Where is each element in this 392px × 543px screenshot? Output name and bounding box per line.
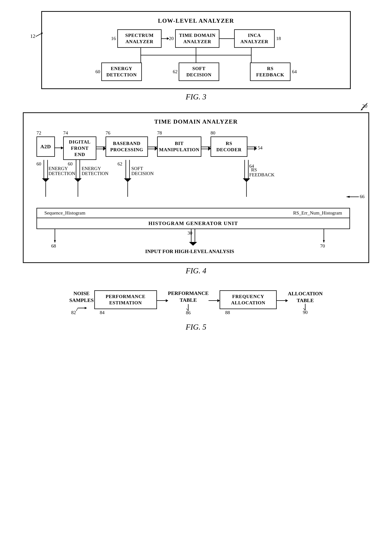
fig5-label: FIG. 5 xyxy=(15,322,377,331)
fig5-alloc-table-label: ALLOCATIONTABLE xyxy=(288,290,323,304)
svg-rect-12 xyxy=(44,160,48,178)
fig3-ref62: 62 xyxy=(173,69,177,74)
fig4-sequence-histogram: Sequence_Histogram xyxy=(44,210,85,216)
fig3-ref64: 64 xyxy=(292,69,297,74)
svg-text:62: 62 xyxy=(117,161,122,167)
fig3-ref18: 18 xyxy=(276,36,281,41)
svg-text:70: 70 xyxy=(320,243,325,249)
fig4-label: FIG. 4 xyxy=(15,266,377,275)
fig3-rs-feedback: RSFEEDBACK xyxy=(250,62,291,81)
fig4-a2d: A2D xyxy=(37,136,55,157)
fig4-ref80: 80 xyxy=(210,130,215,136)
fig3-inca-analyzer: INCAANALYZER xyxy=(234,29,275,48)
fig4-ref74: 74 xyxy=(63,130,68,136)
svg-text:DETECTION: DETECTION xyxy=(82,171,109,176)
svg-rect-27 xyxy=(245,160,248,178)
fig3-outer-box: LOW-LEVEL ANALYZER 16 SPECTRUMANALYZER 2… xyxy=(41,11,351,89)
fig3-soft-decision: SOFTDECISION xyxy=(179,62,219,81)
svg-text:68: 68 xyxy=(51,243,56,249)
svg-rect-22 xyxy=(126,160,129,178)
fig3-spectrum-analyzer: SPECTRUMANALYZER xyxy=(117,29,161,48)
fig3-ref20-label: 20 xyxy=(169,36,174,41)
svg-marker-30 xyxy=(243,178,250,182)
fig4-title: TIME DOMAIN ANALYZER xyxy=(31,118,361,125)
fig3-label: FIG. 3 xyxy=(15,92,377,101)
svg-text:66: 66 xyxy=(360,194,364,199)
fig4-rs-err-histogram: RS_Err_Num_Histogram xyxy=(293,210,342,216)
svg-text:30: 30 xyxy=(188,230,192,236)
fig5-diagram: NOISESAMPLES 82 PERFORMANCEESTIMATION 84… xyxy=(15,286,377,331)
fig3-energy-detection: ENERGYDETECTION xyxy=(101,62,142,81)
fig5-frequency-allocation: FREQUENCYALLOCATION xyxy=(220,290,277,309)
fig3-ref60: 60 xyxy=(95,69,100,74)
svg-marker-20 xyxy=(74,178,82,182)
fig5-ref90: 90 xyxy=(303,310,308,315)
svg-marker-15 xyxy=(42,178,49,182)
fig3-ref16: 16 xyxy=(111,36,116,41)
svg-text:ENERGY: ENERGY xyxy=(82,166,101,171)
fig4-baseband-processing: BASEBANDPROCESSING xyxy=(105,136,148,157)
svg-rect-17 xyxy=(76,160,80,178)
svg-text:FEEDBACK: FEEDBACK xyxy=(249,172,275,177)
svg-text:DECISION: DECISION xyxy=(131,171,154,176)
fig5-ref88: 88 xyxy=(225,310,230,315)
svg-marker-25 xyxy=(124,178,131,182)
fig5-ref82: 82 xyxy=(71,310,76,315)
fig4-ref72: 72 xyxy=(37,130,41,136)
fig4-digital-front-end: DIGITALFRONTEND xyxy=(63,136,96,160)
svg-text:ENERGY: ENERGY xyxy=(49,166,68,171)
svg-marker-48 xyxy=(346,196,350,198)
fig5-performance-estimation: PERFORMANCEESTIMATION xyxy=(94,290,157,309)
svg-marker-56 xyxy=(189,242,197,246)
svg-text:60: 60 xyxy=(68,161,72,167)
fig4-outer-box: TIME DOMAIN ANALYZER 72 A2D 74 DIGITALFR… xyxy=(23,112,369,263)
fig4-ref76: 76 xyxy=(105,130,110,136)
fig4-ref54: 54 xyxy=(258,145,263,151)
svg-text:60: 60 xyxy=(37,161,41,167)
svg-line-64 xyxy=(76,308,78,311)
fig4-ref78: 78 xyxy=(157,130,162,136)
fig4-bit-manipulation: BITMANIPULATION xyxy=(157,136,201,157)
svg-marker-63 xyxy=(85,307,87,309)
fig4-histogram-label: HISTOGRAM GENERATOR UNIT xyxy=(37,218,349,229)
svg-marker-60 xyxy=(323,240,325,243)
fig5-ref84: 84 xyxy=(100,310,105,315)
svg-text:SOFT: SOFT xyxy=(131,166,143,171)
svg-text:INPUT FOR HIGH-LEVEL ANALYSIS: INPUT FOR HIGH-LEVEL ANALYSIS xyxy=(145,249,234,254)
fig5-noise-label: NOISESAMPLES xyxy=(69,290,94,304)
fig4-histogram-box: Sequence_Histogram RS_Err_Num_Histogram … xyxy=(37,208,350,229)
fig5-perf-table-label: PERFORMANCETABLE xyxy=(168,290,209,303)
fig4-diagram: 20 TIME DOMAIN ANALYZER 72 A2D 7 xyxy=(15,112,377,275)
fig3-time-domain-analyzer: TIME DOMAINANALYZER xyxy=(175,29,219,48)
fig5-ref86: 86 xyxy=(186,310,191,316)
svg-marker-51 xyxy=(54,240,56,243)
svg-text:RS: RS xyxy=(251,167,257,172)
svg-text:DETECTION: DETECTION xyxy=(49,171,75,176)
fig4-rs-decoder: RSDECODER xyxy=(210,136,247,157)
fig3-diagram: 12 LOW-LEVEL ANALYZER 16 SPECTRUMANALYZE… xyxy=(15,11,377,101)
fig3-title: LOW-LEVEL ANALYZER xyxy=(49,17,343,24)
